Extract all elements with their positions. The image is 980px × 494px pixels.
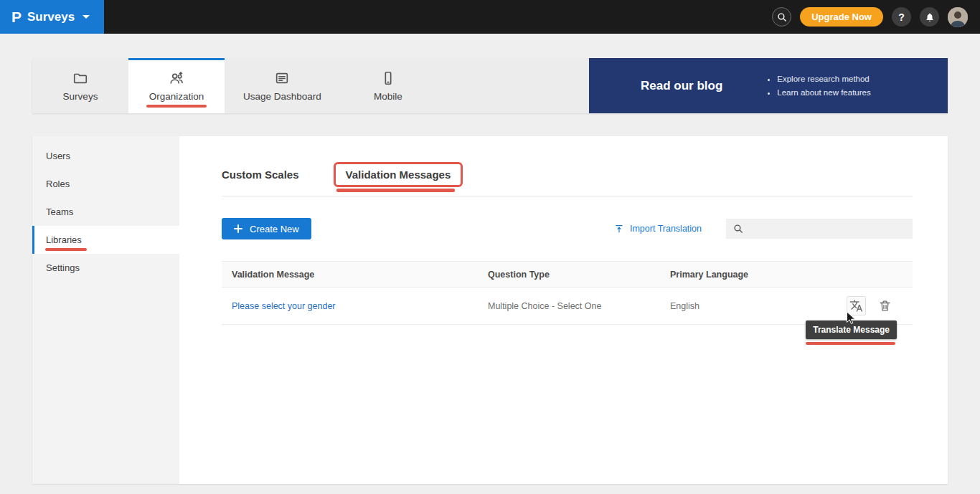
blog-bullet: Explore research method bbox=[777, 75, 870, 83]
sidebar-item-teams[interactable]: Teams bbox=[32, 198, 179, 226]
sidebar-item-settings[interactable]: Settings bbox=[32, 254, 179, 282]
avatar[interactable] bbox=[948, 7, 968, 27]
tab-custom-scales[interactable]: Custom Scales bbox=[222, 168, 299, 181]
product-name: Surveys bbox=[27, 10, 75, 24]
column-header-primary-language: Primary Language bbox=[660, 270, 837, 280]
search-input[interactable] bbox=[749, 223, 905, 235]
tab-mobile[interactable]: Mobile bbox=[340, 58, 436, 113]
primary-language-cell: English bbox=[660, 301, 837, 311]
tooltip-label: Translate Message bbox=[813, 325, 890, 335]
folder-icon bbox=[72, 70, 88, 86]
library-tabs: Custom Scales Validation Messages bbox=[222, 136, 913, 196]
primary-nav: Surveys Organization bbox=[32, 58, 948, 113]
plus-icon bbox=[234, 224, 242, 233]
question-type-cell: Multiple Choice - Select One bbox=[478, 301, 660, 311]
topbar-actions: Upgrade Now ? bbox=[772, 7, 980, 27]
tab-usage-dashboard[interactable]: Usage Dashboard bbox=[225, 58, 340, 113]
page-body: Surveys Organization bbox=[0, 34, 980, 484]
search-button[interactable] bbox=[772, 7, 791, 27]
tab-label: Organization bbox=[149, 91, 204, 102]
upgrade-button[interactable]: Upgrade Now bbox=[800, 7, 883, 27]
table-header: Validation Message Question Type Primary… bbox=[222, 261, 913, 288]
dashboard-icon bbox=[274, 70, 290, 86]
primary-nav-tabs: Surveys Organization bbox=[32, 58, 436, 113]
notifications-button[interactable] bbox=[920, 7, 939, 27]
trash-icon bbox=[878, 299, 892, 313]
toolbar: Create New Import Translation bbox=[222, 218, 913, 239]
product-switcher[interactable]: P Surveys bbox=[0, 0, 104, 34]
tab-surveys[interactable]: Surveys bbox=[32, 58, 128, 113]
tab-label: Mobile bbox=[374, 91, 402, 102]
validation-messages-table: Validation Message Question Type Primary… bbox=[222, 261, 913, 325]
mobile-icon bbox=[380, 70, 396, 86]
column-header-validation-message: Validation Message bbox=[222, 270, 478, 280]
toolbar-right: Import Translation bbox=[614, 219, 913, 239]
help-button[interactable]: ? bbox=[892, 7, 911, 27]
topbar: P Surveys Upgrade Now ? bbox=[0, 0, 980, 34]
column-header-question-type: Question Type bbox=[478, 270, 660, 280]
bell-icon bbox=[925, 12, 935, 22]
content-card: Users Roles Teams Libraries Settings Cus… bbox=[32, 136, 948, 484]
table-row: Please select your gender Multiple Choic… bbox=[222, 288, 913, 325]
chevron-down-icon bbox=[83, 15, 90, 19]
search-icon bbox=[733, 224, 743, 234]
tab-validation-messages[interactable]: Validation Messages bbox=[334, 162, 463, 187]
import-translation-label: Import Translation bbox=[630, 224, 702, 234]
create-new-button[interactable]: Create New bbox=[222, 218, 311, 239]
create-new-label: Create New bbox=[250, 224, 299, 234]
sidebar-item-roles[interactable]: Roles bbox=[32, 170, 179, 198]
libraries-panel: Custom Scales Validation Messages Create… bbox=[179, 136, 956, 484]
sidebar: Users Roles Teams Libraries Settings bbox=[32, 136, 179, 484]
blog-title: Read our blog bbox=[641, 79, 722, 93]
cursor-pointer-icon bbox=[846, 311, 857, 326]
search-icon bbox=[777, 12, 787, 22]
import-icon bbox=[614, 224, 624, 234]
tab-label: Validation Messages bbox=[346, 168, 451, 181]
table-search bbox=[726, 219, 913, 239]
validation-message-link[interactable]: Please select your gender bbox=[222, 301, 478, 311]
tab-label: Surveys bbox=[63, 91, 98, 102]
avatar-image bbox=[948, 7, 968, 27]
blog-bullet: Learn about new features bbox=[777, 88, 870, 97]
blog-bullet-list: Explore research method Learn about new … bbox=[764, 75, 870, 97]
import-translation-link[interactable]: Import Translation bbox=[614, 224, 702, 234]
tab-label: Usage Dashboard bbox=[243, 91, 321, 102]
sidebar-item-libraries[interactable]: Libraries bbox=[32, 226, 179, 254]
tab-organization[interactable]: Organization bbox=[128, 58, 225, 113]
people-icon bbox=[169, 70, 184, 86]
proprofs-logo: P bbox=[11, 9, 22, 24]
sidebar-item-users[interactable]: Users bbox=[32, 142, 179, 170]
app-screen: P Surveys Upgrade Now ? bbox=[0, 0, 980, 494]
blog-panel[interactable]: Read our blog Explore research method Le… bbox=[589, 58, 948, 113]
delete-button[interactable] bbox=[876, 297, 894, 315]
